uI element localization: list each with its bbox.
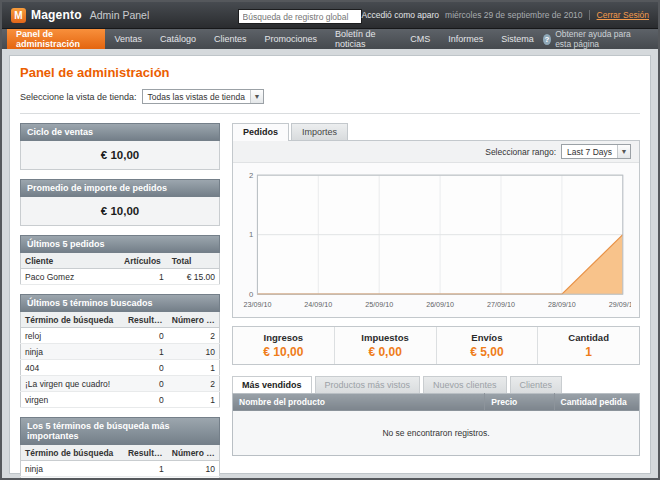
logout-link[interactable]: Cerrar Sesión [589, 10, 649, 20]
store-view-row: Seleccione la vista de tienda: Todas las… [20, 89, 640, 114]
nav-item-sales[interactable]: Ventas [105, 29, 151, 49]
table-header-row: Nombre del producto Precio Cantidad pedi… [233, 393, 640, 411]
panel-title: Los 5 términos de búsqueda más important… [20, 417, 220, 445]
magento-logo-icon: M [11, 8, 26, 23]
table-header-row: Término de búsqueda Resultados Número de… [21, 312, 220, 328]
magento-admin-window: M Magento Admin Panel Accedió como aparo… [0, 0, 660, 480]
svg-text:26/09/10: 26/09/10 [426, 301, 454, 309]
chart-area: 01223/09/1024/09/1025/09/1026/09/1027/09… [233, 163, 639, 317]
table-header-row: Cliente Artículos Total [21, 253, 220, 269]
panel-title: Últimos 5 términos buscados [20, 294, 220, 312]
help-link[interactable]: ? Obtener ayuda para esta página [543, 29, 658, 49]
stat-shipping: Envíos € 5,00 [436, 327, 538, 364]
col-header: Nombre del producto [233, 393, 485, 411]
last-orders-table: Cliente Artículos Total Paco Gomez 1 € 1… [20, 253, 220, 285]
content-card: Panel de administración Seleccione la vi… [9, 55, 651, 474]
svg-text:2: 2 [249, 171, 253, 180]
help-icon: ? [543, 34, 551, 45]
table-row[interactable]: ninja 1 10 [21, 344, 220, 360]
tab-importes[interactable]: Importes [291, 123, 348, 140]
table-row[interactable]: ninja 1 10 [21, 461, 220, 477]
panel-title: Últimos 5 pedidos [20, 235, 220, 253]
dashboard-main: Ciclo de ventas € 10,00 Promedio de impo… [20, 123, 640, 480]
last-search-panel: Últimos 5 términos buscados Término de b… [20, 294, 220, 408]
nav-item-newsletter[interactable]: Boletín de noticias [326, 29, 401, 49]
page-title: Panel de administración [20, 65, 640, 80]
tab-productos-mas-vistos[interactable]: Productos más vistos [315, 376, 421, 393]
top-header: M Magento Admin Panel Accedió como aparo… [2, 2, 658, 29]
range-label: Seleccionar rango: [485, 147, 556, 157]
nav-item-catalog[interactable]: Catálogo [151, 29, 205, 49]
tab-nuevos-clientes[interactable]: Nuevos clientes [423, 376, 507, 393]
nav-item-system[interactable]: Sistema [492, 29, 543, 49]
left-column: Ciclo de ventas € 10,00 Promedio de impo… [20, 123, 220, 480]
nav-item-dashboard[interactable]: Panel de administración [7, 29, 105, 49]
orders-chart-panel: Seleccionar rango: Last 7 Days ▼ 01223/0… [232, 140, 640, 318]
tab-mas-vendidos[interactable]: Más vendidos [232, 376, 312, 393]
chevron-down-icon: ▼ [617, 145, 630, 158]
col-header: Número de usos [168, 445, 220, 461]
table-row[interactable]: Paco Gomez 1 € 15.00 [21, 269, 220, 285]
panel-title: Promedio de importe de pedidos [20, 179, 220, 197]
col-header: Cliente [21, 253, 121, 269]
svg-text:1: 1 [249, 230, 253, 239]
last-search-table: Término de búsqueda Resultados Número de… [20, 312, 220, 408]
table-row[interactable]: 404 0 1 [21, 360, 220, 376]
logged-in-as: Accedió como aparo [362, 10, 440, 20]
chevron-down-icon: ▼ [250, 90, 263, 103]
product-tabs: Más vendidos Productos más vistos Nuevos… [232, 376, 640, 393]
col-header: Artículos [120, 253, 168, 269]
session-info: Accedió como aparo miércoles 29 de septi… [362, 10, 649, 20]
chart-tabs: Pedidos Importes [232, 123, 640, 140]
panel-title: Ciclo de ventas [20, 123, 220, 141]
table-header-row: Término de búsqueda Resultados Número de… [21, 445, 220, 461]
svg-text:0: 0 [249, 290, 253, 299]
help-label: Obtener ayuda para esta página [555, 29, 649, 49]
totals-bar: Ingresos € 10,00 Impuestos € 0,00 Envíos… [232, 326, 640, 365]
svg-text:23/09/10: 23/09/10 [243, 301, 271, 309]
svg-text:27/09/10: 27/09/10 [487, 301, 515, 309]
nav-item-promotions[interactable]: Promociones [255, 29, 326, 49]
average-order-value: € 10,00 [20, 197, 220, 226]
current-date: miércoles 29 de septiembre de 2010 [445, 10, 583, 20]
main-nav: Panel de administración Ventas Catálogo … [2, 29, 658, 49]
nav-item-cms[interactable]: CMS [401, 29, 439, 49]
svg-text:29/09/10: 29/09/10 [609, 301, 631, 309]
store-view-label: Seleccione la vista de tienda: [20, 92, 137, 102]
table-row[interactable]: reloj 0 2 [21, 477, 220, 480]
col-header: Precio [485, 393, 554, 411]
empty-message: No se encontraron registros. [233, 411, 640, 456]
range-select[interactable]: Last 7 Days ▼ [561, 144, 631, 159]
col-header: Resultados [124, 312, 168, 328]
svg-text:24/09/10: 24/09/10 [304, 301, 332, 309]
empty-row: No se encontraron registros. [233, 411, 640, 456]
stat-tax: Impuestos € 0,00 [334, 327, 436, 364]
right-column: Pedidos Importes Seleccionar rango: Last… [232, 123, 640, 480]
bestsellers-table: Nombre del producto Precio Cantidad pedi… [232, 393, 640, 456]
brand: M Magento Admin Panel [11, 8, 238, 23]
table-row[interactable]: virgen 0 1 [21, 392, 220, 408]
col-header: Término de búsqueda [21, 312, 124, 328]
range-row: Seleccionar rango: Last 7 Days ▼ [233, 141, 639, 163]
svg-text:28/09/10: 28/09/10 [548, 301, 576, 309]
lifetime-sales-value: € 10,00 [20, 141, 220, 170]
global-search-input[interactable] [238, 9, 362, 24]
tab-pedidos[interactable]: Pedidos [232, 123, 289, 141]
col-header: Total [168, 253, 220, 269]
last-orders-panel: Últimos 5 pedidos Cliente Artículos Tota… [20, 235, 220, 285]
stat-revenue: Ingresos € 10,00 [233, 327, 334, 364]
nav-item-reports[interactable]: Informes [439, 29, 492, 49]
col-header: Número de usos [168, 312, 220, 328]
table-row[interactable]: reloj 0 2 [21, 328, 220, 344]
top-search-panel: Los 5 términos de búsqueda más important… [20, 417, 220, 480]
col-header: Cantidad pedida [554, 393, 639, 411]
global-search [238, 6, 362, 25]
orders-area-chart: 01223/09/1024/09/1025/09/1026/09/1027/09… [241, 169, 631, 315]
store-view-select[interactable]: Todas las vistas de tienda ▼ [142, 89, 264, 104]
table-row[interactable]: ¡La virgen que cuadro! 0 2 [21, 376, 220, 392]
nav-item-customers[interactable]: Clientes [205, 29, 256, 49]
col-header: Resultados [124, 445, 168, 461]
stat-quantity: Cantidad 1 [537, 327, 639, 364]
col-header: Término de búsqueda [21, 445, 124, 461]
tab-clientes[interactable]: Clientes [510, 376, 563, 393]
